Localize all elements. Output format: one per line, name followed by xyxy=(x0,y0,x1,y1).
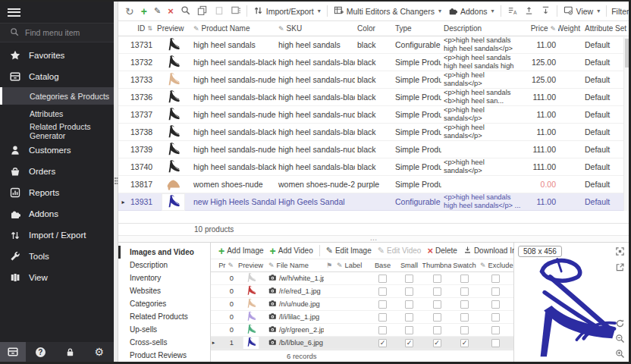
cell-checkbox[interactable] xyxy=(396,287,422,296)
cell-checkbox[interactable] xyxy=(451,287,478,296)
checkbox[interactable] xyxy=(460,300,469,309)
column-header-weight[interactable]: Weight xyxy=(558,24,582,33)
checkbox[interactable] xyxy=(433,287,441,296)
catalog-footer-icon[interactable] xyxy=(0,342,26,362)
checkbox[interactable] xyxy=(460,287,469,296)
table-row-product-13732[interactable]: 13732high heel sandals-blackhigh heel sa… xyxy=(118,54,629,71)
column-header-preview[interactable]: Preview xyxy=(155,24,191,33)
column-header-description[interactable]: Description xyxy=(441,24,525,33)
sidebar-item-tools[interactable]: Tools xyxy=(0,246,114,267)
checkbox[interactable] xyxy=(491,300,500,309)
cell-checkbox[interactable] xyxy=(369,300,396,309)
settings-icon[interactable]: ⚙ xyxy=(84,347,114,357)
cell-checkbox[interactable] xyxy=(451,313,478,322)
cell-checkbox[interactable] xyxy=(396,326,422,334)
cell-checkbox[interactable] xyxy=(422,313,451,322)
horizontal-splitter[interactable]: … xyxy=(118,235,629,243)
column-header-check-3[interactable]: Swatch xyxy=(451,262,478,269)
sidebar-item-reports[interactable]: Reports xyxy=(0,182,114,203)
sidebar-item-orders[interactable]: Orders xyxy=(0,161,114,182)
checkbox[interactable] xyxy=(491,275,500,283)
help-icon[interactable]: ? xyxy=(26,347,55,357)
cell-checkbox[interactable] xyxy=(451,275,478,283)
sidebar-item-favorites[interactable]: Favorites xyxy=(0,45,114,66)
sidebar-item-addons[interactable]: Addons xyxy=(0,203,114,224)
cell-checkbox[interactable] xyxy=(478,287,513,296)
column-header-id[interactable]: ID⇅ xyxy=(128,24,155,33)
checkbox[interactable] xyxy=(491,339,500,347)
column-header-attribute_set[interactable]: Attribute Set Name xyxy=(582,24,629,33)
cell-checkbox[interactable] xyxy=(369,287,396,296)
sidebar-item-customers[interactable]: Customers xyxy=(0,140,114,161)
edit-product-button[interactable]: ✎ xyxy=(151,3,164,20)
column-header-sku[interactable]: ✎SKU xyxy=(276,24,355,33)
tab-cross-sells[interactable]: Cross-sells xyxy=(118,336,210,349)
products-scrollbar[interactable] xyxy=(623,37,629,211)
cell-checkbox[interactable] xyxy=(422,300,451,309)
column-header-check-1[interactable]: Small xyxy=(396,262,422,269)
cell-checkbox[interactable] xyxy=(451,300,478,309)
checkbox[interactable] xyxy=(433,313,441,322)
edit-image-button[interactable]: ✎Edit Image xyxy=(324,243,374,259)
cell-checkbox[interactable] xyxy=(369,313,396,322)
cell-checkbox[interactable] xyxy=(451,326,478,334)
column-header-check-2[interactable]: Thumbna xyxy=(422,262,451,269)
checkbox[interactable] xyxy=(491,313,500,322)
table-row-product-13817[interactable]: 13817women shoes-nudewomen shoes-nude-2p… xyxy=(118,176,629,193)
tab-categories[interactable]: Categories xyxy=(118,297,210,310)
cell-checkbox[interactable] xyxy=(478,275,513,283)
checkbox[interactable] xyxy=(433,275,441,283)
cell-checkbox[interactable] xyxy=(478,313,513,322)
checkbox[interactable] xyxy=(460,326,469,334)
cell-checkbox[interactable] xyxy=(396,275,422,283)
checkbox[interactable] xyxy=(378,287,387,296)
edit-video-button[interactable]: ✎Edit Video xyxy=(375,243,424,259)
lock-icon[interactable] xyxy=(55,347,85,357)
cell-checkbox[interactable] xyxy=(478,300,513,309)
cell-checkbox[interactable] xyxy=(396,313,422,322)
scrollbar-thumb[interactable] xyxy=(625,39,629,67)
cell-checkbox[interactable] xyxy=(396,300,422,309)
column-header-position[interactable]: Pr✎ xyxy=(216,262,236,269)
column-header-label[interactable]: ✎Label xyxy=(334,262,369,269)
checkbox[interactable] xyxy=(405,326,413,334)
cell-checkbox[interactable] xyxy=(478,326,513,334)
hamburger-menu-icon[interactable] xyxy=(8,8,20,17)
sidebar-item-catalog[interactable]: Catalog xyxy=(0,66,114,87)
flag-column[interactable]: ⚑ xyxy=(324,262,334,269)
column-header-check-0[interactable]: Base xyxy=(369,262,396,269)
checkbox[interactable] xyxy=(460,313,469,322)
checkbox[interactable] xyxy=(378,326,387,334)
cell-checkbox[interactable] xyxy=(369,275,396,283)
checkbox[interactable] xyxy=(378,275,387,283)
checkbox[interactable] xyxy=(405,313,413,322)
table-row-image-red_1.jpg[interactable]: 0/r/e/red_1.jpg xyxy=(211,285,513,298)
table-row-product-13733[interactable]: 13733high heel sandals-nudehigh heel san… xyxy=(118,71,629,89)
table-row-image-blue_6.jpg[interactable]: ▸1/b/l/blue_6.jpg✓✓✓✓ xyxy=(211,337,513,350)
cell-checkbox[interactable] xyxy=(422,287,451,296)
autosize-columns-button[interactable]: A xyxy=(504,3,520,20)
column-header-color[interactable]: Color xyxy=(355,24,393,33)
tab-inventory[interactable]: Inventory xyxy=(118,271,210,284)
checkbox-checked[interactable]: ✓ xyxy=(378,339,387,347)
checkbox[interactable] xyxy=(460,275,469,283)
table-row-image-nude.jpg[interactable]: 0/n/u/nude.jpg xyxy=(211,298,513,311)
column-header-check-undefined[interactable]: Preview xyxy=(236,262,266,269)
checkbox[interactable] xyxy=(405,275,413,283)
table-row-product-13931[interactable]: ▸13931new High Heels SandalsHigh Geels S… xyxy=(118,193,629,211)
checkbox[interactable] xyxy=(491,326,500,334)
add-image-button[interactable]: +Add Image xyxy=(216,243,266,259)
sidebar-item-related-products-generator[interactable]: Related Products Generator xyxy=(0,122,114,140)
add-video-button[interactable]: +Add Video xyxy=(268,243,316,259)
multi-editors-button[interactable]: Multi Editors & Changers▾ xyxy=(331,3,444,20)
expand-rows-button[interactable] xyxy=(521,3,537,20)
view-button[interactable]: View▾ xyxy=(560,3,604,20)
table-row-image-lilac_1.jpg[interactable]: 0/l/i/lilac_1.jpg xyxy=(211,311,513,324)
sidebar-item-import-export[interactable]: Import / Export xyxy=(0,224,114,246)
checkbox[interactable] xyxy=(405,300,413,309)
refresh-button[interactable]: ↻ xyxy=(122,3,137,20)
add-product-button[interactable]: + xyxy=(138,3,150,20)
checkbox[interactable] xyxy=(405,287,413,296)
paste-button[interactable] xyxy=(211,3,227,20)
sidebar-item-categories-products[interactable]: Categories & Products xyxy=(0,87,114,105)
